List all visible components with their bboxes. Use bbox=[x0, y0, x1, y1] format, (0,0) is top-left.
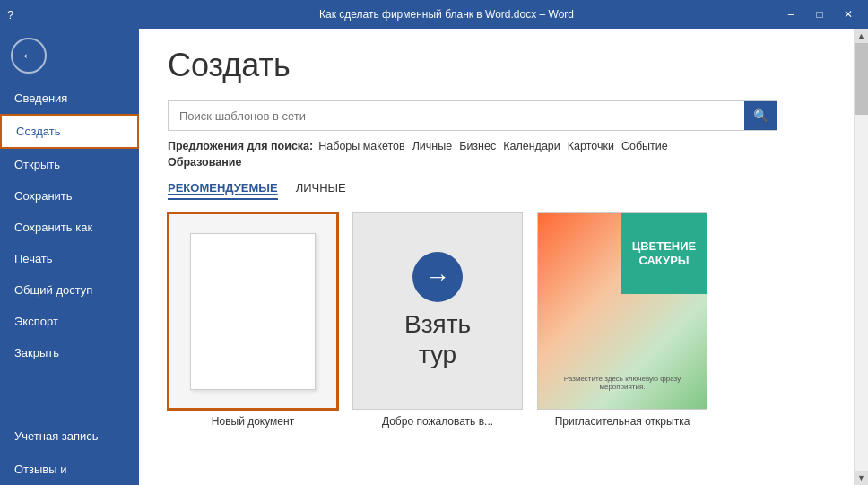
filter-row-2: Образование bbox=[168, 156, 825, 169]
maximize-button[interactable]: □ bbox=[807, 5, 832, 23]
template-new-doc[interactable]: Новый документ bbox=[168, 212, 338, 428]
title-bar: ? Как сделать фирменный бланк в Word.doc… bbox=[0, 0, 868, 29]
cherry-title: ЦВЕТЕНИЕ САКУРЫ bbox=[627, 239, 701, 267]
content-scroll[interactable]: Создать 🔍 Предложения для поиска: Наборы… bbox=[139, 29, 854, 485]
template-thumb-new-doc bbox=[168, 212, 338, 410]
sidebar-item-info[interactable]: Сведения bbox=[0, 82, 139, 114]
cherry-sub: Разместите здесь ключевую фразу мероприя… bbox=[545, 375, 699, 391]
template-label-cherry: Пригласительная открытка bbox=[555, 415, 690, 428]
page-title: Создать bbox=[168, 47, 825, 84]
sidebar: ← Сведения Создать Открыть Сохранить Сох… bbox=[0, 29, 139, 485]
sidebar-item-close[interactable]: Закрыть bbox=[0, 337, 139, 368]
main-container: ← Сведения Создать Открыть Сохранить Сох… bbox=[0, 29, 868, 485]
search-button[interactable]: 🔍 bbox=[744, 101, 777, 130]
sidebar-item-share[interactable]: Общий доступ bbox=[0, 274, 139, 306]
minimize-button[interactable]: – bbox=[778, 5, 803, 23]
template-thumb-tour: → Взять тур bbox=[352, 212, 523, 410]
tour-text: Взять тур bbox=[404, 309, 471, 369]
search-container: 🔍 bbox=[168, 100, 777, 131]
filter-tag-kartochki[interactable]: Карточки bbox=[568, 140, 614, 152]
template-tour[interactable]: → Взять тур Добро пожаловать в... bbox=[352, 212, 523, 428]
blank-page bbox=[190, 233, 316, 390]
tab-recommended[interactable]: РЕКОМЕНДУЕМЫЕ bbox=[168, 181, 278, 200]
sidebar-item-account[interactable]: Учетная запись bbox=[0, 420, 139, 454]
scroll-track bbox=[855, 43, 868, 471]
sidebar-item-feedback[interactable]: Отзывы и bbox=[0, 454, 139, 485]
template-thumb-cherry: ЦВЕТЕНИЕ САКУРЫ Разместите здесь ключеву… bbox=[537, 212, 707, 410]
sidebar-item-save[interactable]: Сохранить bbox=[0, 180, 139, 212]
sidebar-item-print[interactable]: Печать bbox=[0, 243, 139, 274]
template-cherry[interactable]: ЦВЕТЕНИЕ САКУРЫ Разместите здесь ключеву… bbox=[537, 212, 707, 428]
tabs-row: РЕКОМЕНДУЕМЫЕ ЛИЧНЫЕ bbox=[168, 181, 825, 200]
right-scrollbar: ▲ ▼ bbox=[854, 29, 868, 485]
template-label-new-doc: Новый документ bbox=[212, 415, 294, 428]
filter-row: Предложения для поиска: Наборы макетов Л… bbox=[168, 140, 825, 152]
filter-tag-kalendari[interactable]: Календари bbox=[503, 140, 560, 152]
sidebar-item-open[interactable]: Открыть bbox=[0, 149, 139, 180]
template-label-tour: Добро пожаловать в... bbox=[382, 415, 493, 428]
sidebar-item-export[interactable]: Экспорт bbox=[0, 306, 139, 337]
help-button[interactable]: ? bbox=[7, 8, 13, 22]
title-bar-title: Как сделать фирменный бланк в Word.docx … bbox=[115, 8, 778, 21]
scroll-thumb[interactable] bbox=[855, 43, 868, 115]
tab-personal[interactable]: ЛИЧНЫЕ bbox=[296, 181, 346, 200]
search-icon: 🔍 bbox=[753, 108, 768, 123]
filter-tag-sobytie[interactable]: Событие bbox=[621, 140, 668, 152]
content-area: Создать 🔍 Предложения для поиска: Наборы… bbox=[139, 29, 854, 485]
filter-label: Предложения для поиска: bbox=[168, 140, 313, 152]
title-bar-controls: – □ ✕ bbox=[778, 5, 861, 23]
cherry-overlay: ЦВЕТЕНИЕ САКУРЫ bbox=[621, 213, 707, 294]
sidebar-item-create[interactable]: Создать bbox=[0, 114, 139, 149]
filter-tag-lichnye[interactable]: Личные bbox=[412, 140, 453, 152]
tour-arrow-icon: → bbox=[412, 252, 463, 302]
templates-grid: Новый документ → Взять тур Добро пожалов… bbox=[168, 212, 825, 428]
search-input[interactable] bbox=[169, 103, 744, 129]
back-button[interactable]: ← bbox=[11, 38, 47, 74]
title-bar-left: ? bbox=[7, 8, 115, 22]
sidebar-item-saveas[interactable]: Сохранить как bbox=[0, 212, 139, 243]
scroll-up-button[interactable]: ▲ bbox=[855, 29, 869, 43]
filter-tag-obrazovanie[interactable]: Образование bbox=[168, 156, 241, 169]
close-button[interactable]: ✕ bbox=[836, 5, 861, 23]
filter-tag-naboiy[interactable]: Наборы макетов bbox=[318, 140, 404, 152]
scroll-down-button[interactable]: ▼ bbox=[855, 471, 869, 485]
filter-tag-biznes[interactable]: Бизнес bbox=[459, 140, 496, 152]
back-icon: ← bbox=[21, 47, 37, 65]
